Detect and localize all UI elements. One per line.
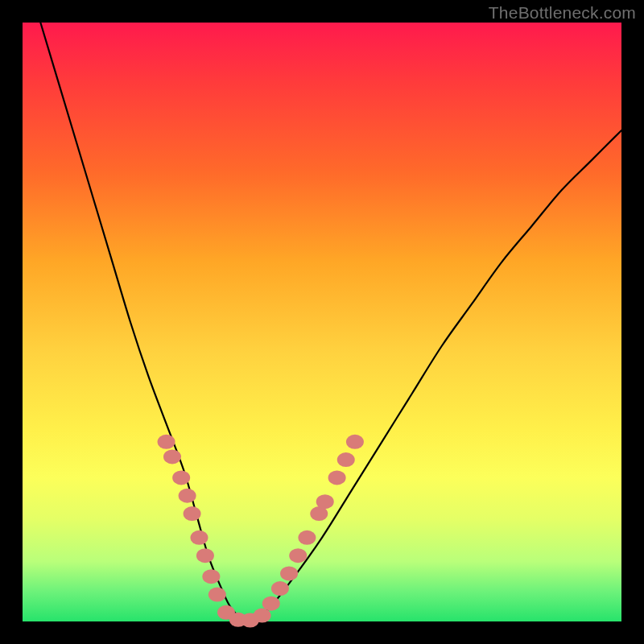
highlight-dots (158, 435, 364, 628)
marker-dot (184, 506, 201, 521)
marker-dot (254, 609, 271, 623)
marker-dot (202, 569, 220, 584)
marker-dot (172, 470, 190, 485)
marker-dot (262, 597, 280, 611)
marker-dot (346, 435, 364, 449)
marker-dot (298, 530, 316, 545)
marker-dot (289, 548, 307, 563)
marker-dot (163, 449, 181, 464)
marker-dot (328, 470, 346, 485)
marker-dot (196, 548, 214, 563)
marker-dot (158, 435, 175, 449)
marker-dot (190, 530, 208, 545)
marker-dot (337, 452, 355, 467)
marker-dot (316, 494, 334, 509)
marker-dot (179, 489, 196, 503)
watermark-text: TheBottleneck.com (489, 3, 636, 23)
plot-area (23, 23, 621, 621)
bottleneck-curve (40, 23, 621, 621)
marker-dot (208, 588, 226, 602)
marker-dot (280, 566, 298, 580)
chart-svg (23, 23, 621, 621)
chart-frame: TheBottleneck.com (0, 0, 644, 644)
marker-dot (271, 581, 289, 596)
